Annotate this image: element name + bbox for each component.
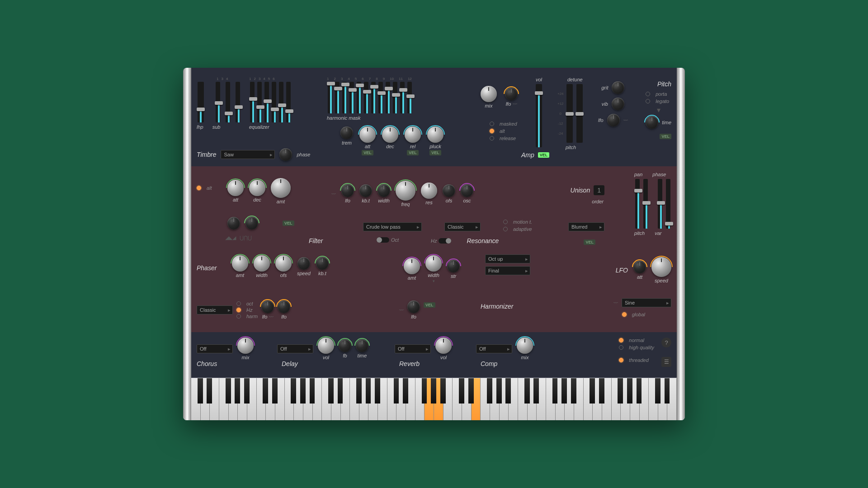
pitch-vel-badge[interactable]: VEL xyxy=(660,134,671,139)
harm-slider-4[interactable] xyxy=(349,82,354,113)
phaser-speed-knob[interactable] xyxy=(297,257,310,270)
phaser-harm-radio[interactable] xyxy=(236,314,241,319)
black-key[interactable] xyxy=(590,378,595,404)
grit-knob[interactable] xyxy=(612,81,624,94)
time-knob[interactable] xyxy=(646,116,658,129)
comp-preset-dropdown[interactable]: Off xyxy=(476,344,512,353)
black-key[interactable] xyxy=(440,378,446,404)
env-shape-icon-2[interactable]: ⋃⋂⋃ xyxy=(240,235,252,241)
phaser-kbt-knob[interactable] xyxy=(316,257,329,270)
sub-slider-2[interactable] xyxy=(226,82,230,122)
black-key[interactable] xyxy=(207,378,212,404)
black-key[interactable] xyxy=(533,378,539,404)
vol-slider[interactable] xyxy=(536,84,542,147)
chevron-down-icon[interactable]: ▾ xyxy=(433,279,435,283)
unison-pan-slider-2[interactable] xyxy=(643,179,648,229)
black-key[interactable] xyxy=(665,378,670,404)
filter-res-knob[interactable] xyxy=(421,183,437,199)
filter-amt-knob[interactable] xyxy=(271,178,291,198)
black-key[interactable] xyxy=(356,378,362,404)
delay-time-knob[interactable] xyxy=(356,339,368,352)
filter-att-knob[interactable] xyxy=(227,180,244,196)
pitch-lfo-knob[interactable] xyxy=(607,114,620,127)
black-key[interactable] xyxy=(655,378,660,404)
filter-hz-toggle[interactable] xyxy=(439,238,451,244)
black-key[interactable] xyxy=(328,378,334,404)
help-button[interactable]: ? xyxy=(661,338,671,347)
phaser-width-knob[interactable] xyxy=(254,255,270,272)
mix-knob[interactable] xyxy=(481,86,497,102)
settings-icon[interactable]: ☰ xyxy=(661,357,671,367)
att-vel-badge[interactable]: VEL xyxy=(362,150,373,155)
adaptive-radio[interactable] xyxy=(503,227,508,231)
black-key[interactable] xyxy=(552,378,558,404)
harm-slider-6[interactable] xyxy=(364,82,368,113)
eq-slider-3[interactable] xyxy=(264,82,269,122)
legato-radio[interactable] xyxy=(646,99,650,103)
filter-osc-knob[interactable] xyxy=(461,184,473,197)
delay-fb-knob[interactable] xyxy=(339,339,351,352)
masked-radio[interactable] xyxy=(490,122,494,126)
black-key[interactable] xyxy=(300,378,306,404)
lfo-speed-knob[interactable] xyxy=(651,257,671,277)
pluck-knob[interactable] xyxy=(427,127,443,143)
comp-mix-knob[interactable] xyxy=(517,338,533,354)
delay-preset-dropdown[interactable]: Off xyxy=(277,344,313,353)
vib-knob[interactable] xyxy=(612,98,624,110)
white-key[interactable] xyxy=(219,378,229,420)
black-key[interactable] xyxy=(235,378,240,404)
black-key[interactable] xyxy=(431,378,436,404)
black-key[interactable] xyxy=(366,378,371,404)
unison-pan-slider-1[interactable] xyxy=(635,179,640,229)
lhp-slider[interactable] xyxy=(198,82,204,122)
dec-knob[interactable] xyxy=(382,127,398,143)
att-knob[interactable] xyxy=(359,127,376,143)
black-key[interactable] xyxy=(403,378,408,404)
lfo-att-knob[interactable] xyxy=(633,261,646,273)
motiont-radio[interactable] xyxy=(503,220,508,224)
harm-slider-11[interactable] xyxy=(400,82,405,113)
white-key[interactable] xyxy=(649,378,658,420)
harm-slider-3[interactable] xyxy=(342,82,347,113)
porta-radio[interactable] xyxy=(646,92,650,96)
filter-lfo-knob[interactable] xyxy=(341,184,354,197)
reverb-preset-dropdown[interactable]: Off xyxy=(395,344,431,353)
black-key[interactable] xyxy=(375,378,380,404)
filter-env-knob-2[interactable] xyxy=(245,217,258,230)
sub-slider-1[interactable] xyxy=(216,82,220,122)
white-key[interactable] xyxy=(257,378,266,420)
phaser-lfo-knob-2[interactable] xyxy=(278,300,290,313)
harm-amt-knob[interactable] xyxy=(404,258,420,274)
unison-phase-slider-2[interactable] xyxy=(666,179,670,229)
phaser-ofs-knob[interactable] xyxy=(275,255,292,272)
filter-alt-radio[interactable] xyxy=(197,186,201,190)
harm-slider-12[interactable] xyxy=(407,82,412,113)
eq-slider-6[interactable] xyxy=(286,82,291,122)
black-key[interactable] xyxy=(618,378,623,404)
harm-width-knob[interactable] xyxy=(425,255,442,272)
filter-type-dropdown[interactable]: Crude low pass xyxy=(363,222,422,231)
black-key[interactable] xyxy=(310,378,315,404)
eq-slider-2[interactable] xyxy=(257,82,262,122)
black-key[interactable] xyxy=(244,378,250,404)
harm-preset1-dropdown[interactable]: Oct up xyxy=(485,254,530,263)
filter-env-knob-1[interactable] xyxy=(227,217,240,230)
harm-lfo-knob[interactable] xyxy=(407,300,420,313)
eq-slider-5[interactable] xyxy=(279,82,283,122)
unison-phase-slider-1[interactable] xyxy=(658,179,662,229)
rel-vel-badge[interactable]: VEL xyxy=(407,150,419,155)
white-key[interactable] xyxy=(546,378,556,420)
resonance-type-dropdown[interactable]: Classic xyxy=(444,222,481,231)
piano-keyboard[interactable] xyxy=(191,378,677,420)
white-key[interactable] xyxy=(453,378,462,420)
black-key[interactable] xyxy=(394,378,399,404)
black-key[interactable] xyxy=(496,378,502,404)
filter-kbt-knob[interactable] xyxy=(359,184,372,197)
quality-hq-radio[interactable] xyxy=(619,345,623,350)
black-key[interactable] xyxy=(505,378,511,404)
white-key[interactable] xyxy=(322,378,331,420)
lfo-global-radio[interactable] xyxy=(622,312,627,317)
black-key[interactable] xyxy=(291,378,296,404)
phaser-preset-dropdown[interactable]: Classic xyxy=(197,305,233,314)
timbre-preset-dropdown[interactable]: Saw xyxy=(221,150,275,159)
